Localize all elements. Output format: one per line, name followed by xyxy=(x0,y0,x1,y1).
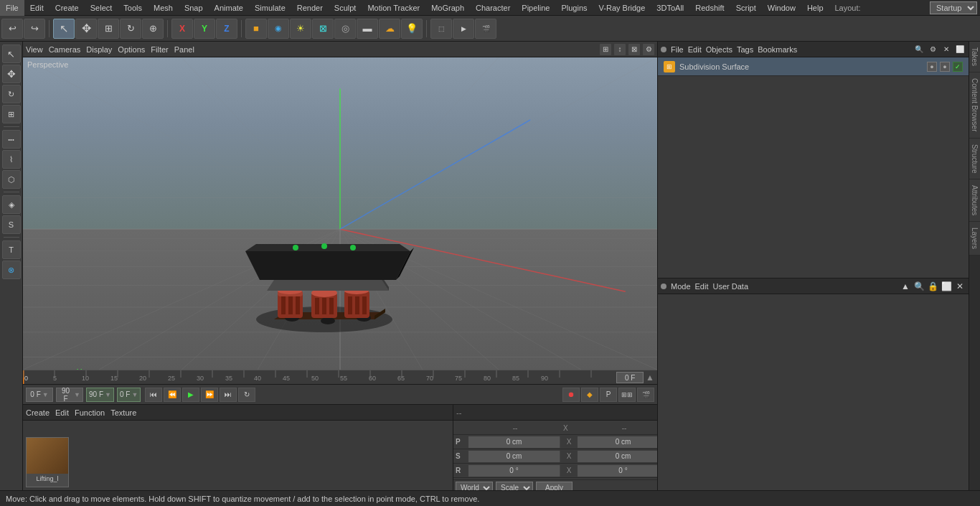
obj-settings-icon[interactable]: ⚙ xyxy=(927,44,938,55)
vp-icon-maximize[interactable]: ⊞ xyxy=(600,44,611,55)
side-tab-structure[interactable]: Structure xyxy=(969,139,980,180)
mat-menu-function[interactable]: Function xyxy=(75,408,105,417)
menu-render[interactable]: Render xyxy=(291,0,329,16)
go-to-start-button[interactable]: ⏮ xyxy=(145,388,162,402)
motion-path-button[interactable]: P xyxy=(600,388,617,402)
preview-end-field[interactable]: 90 F ▼ xyxy=(86,388,114,402)
camera-button[interactable]: ◉ xyxy=(268,19,289,39)
fps-button[interactable]: 🎬 xyxy=(637,388,654,402)
menu-script[interactable]: Script xyxy=(730,0,762,16)
mat-menu-edit[interactable]: Edit xyxy=(55,408,69,417)
frame-prev-icon[interactable]: ▲ xyxy=(646,373,654,383)
start-frame-field[interactable]: 0 F ▼ xyxy=(26,388,53,402)
layout-select[interactable]: Startup xyxy=(930,1,977,14)
go-to-end-button[interactable]: ⏭ xyxy=(220,388,237,402)
left-edges-btn[interactable]: ⌇ xyxy=(2,150,21,169)
menu-file[interactable]: File xyxy=(0,0,24,16)
pos-y-field[interactable] xyxy=(578,436,657,448)
left-scale-btn[interactable]: ⊞ xyxy=(2,105,21,123)
obj-header-file[interactable]: File xyxy=(671,45,684,54)
menu-pipeline[interactable]: Pipeline xyxy=(516,0,555,16)
pos-x-field[interactable] xyxy=(468,436,560,448)
obj-visibility-dot-2[interactable]: ● xyxy=(940,62,950,72)
ffd-button[interactable]: ⊠ xyxy=(312,19,334,39)
floor-button[interactable]: ▬ xyxy=(357,19,378,39)
menu-animate[interactable]: Animate xyxy=(209,0,249,16)
menu-help[interactable]: Help xyxy=(801,0,829,16)
attr-lock-icon[interactable]: 🔒 xyxy=(927,281,938,291)
menu-create[interactable]: Create xyxy=(50,0,85,16)
render-to-picture-button[interactable]: 🎬 xyxy=(475,19,496,39)
viewport-menu-panel[interactable]: Panel xyxy=(174,45,194,54)
select-tool-button[interactable]: ↖ xyxy=(53,19,75,39)
rotate-tool-button[interactable]: ↻ xyxy=(120,19,141,39)
render-viewport-button[interactable]: ▶ xyxy=(453,19,474,39)
menu-snap[interactable]: Snap xyxy=(179,0,209,16)
viewport-menu-view[interactable]: View xyxy=(26,45,43,54)
material-button[interactable]: ◎ xyxy=(334,19,356,39)
left-select-btn[interactable]: ↖ xyxy=(2,44,21,63)
menu-plugins[interactable]: Plugins xyxy=(555,0,593,16)
side-tab-layers[interactable]: Layers xyxy=(969,222,980,256)
viewport-menu-options[interactable]: Options xyxy=(118,45,145,54)
menu-sculpt[interactable]: Sculpt xyxy=(329,0,362,16)
obj-check-green[interactable]: ✓ xyxy=(953,62,963,72)
side-tab-attributes[interactable]: Attributes xyxy=(969,179,980,222)
timeline-ruler[interactable]: 0 5 10 15 20 25 30 35 40 45 50 55 60 65 … xyxy=(23,370,657,384)
menu-character[interactable]: Character xyxy=(470,0,516,16)
loop-button[interactable]: ↻ xyxy=(238,388,255,402)
record-button[interactable]: ⏺ xyxy=(562,388,580,402)
light-bulb-button[interactable]: 💡 xyxy=(401,19,423,39)
menu-tools[interactable]: Tools xyxy=(118,0,148,16)
obj-header-objects[interactable]: Objects xyxy=(706,45,732,54)
obj-expand-icon[interactable]: ⬜ xyxy=(954,44,966,55)
left-points-btn[interactable]: ••• xyxy=(2,130,21,149)
menu-motion-tracker[interactable]: Motion Tracker xyxy=(362,0,425,16)
vp-icon-lock[interactable]: ⊠ xyxy=(628,44,640,55)
attr-up-icon[interactable]: ▲ xyxy=(900,281,911,291)
render-region-button[interactable]: ⬚ xyxy=(430,19,452,39)
current-frame-input[interactable] xyxy=(616,372,644,383)
redo-button[interactable]: ↪ xyxy=(24,19,45,39)
prev-frame-button[interactable]: ⏪ xyxy=(164,388,181,402)
size-x-field[interactable] xyxy=(468,451,560,462)
viewport-menu-cameras[interactable]: Cameras xyxy=(49,45,81,54)
rot-x-field[interactable] xyxy=(468,465,560,477)
world-select[interactable]: World xyxy=(456,482,493,491)
size-y-field[interactable] xyxy=(578,451,657,462)
move-tool-button[interactable]: ✥ xyxy=(75,19,97,39)
vp-icon-settings[interactable]: ⚙ xyxy=(643,44,654,55)
left-poly-btn[interactable]: ⬡ xyxy=(2,170,21,189)
apply-button[interactable]: Apply xyxy=(536,482,573,491)
mat-menu-texture[interactable]: Texture xyxy=(110,408,136,417)
material-swatch-lifting[interactable]: Lifting_l xyxy=(26,437,69,487)
scene-button[interactable]: ☁ xyxy=(379,19,400,39)
3d-viewport[interactable]: Perspective Grid Spacing : 10 cm xyxy=(23,57,657,370)
left-rotate-btn[interactable]: ↻ xyxy=(2,85,21,103)
transform-tool-button[interactable]: ⊕ xyxy=(142,19,164,39)
menu-select[interactable]: Select xyxy=(85,0,118,16)
menu-window[interactable]: Window xyxy=(762,0,801,16)
left-snap-btn[interactable]: S xyxy=(2,215,21,234)
scale-select[interactable]: Scale xyxy=(496,482,533,491)
motion-system-button[interactable]: ⊞⊞ xyxy=(618,388,636,402)
cube-object-button[interactable]: ■ xyxy=(245,19,267,39)
attr-close-icon[interactable]: ✕ xyxy=(954,281,966,291)
menu-simulate[interactable]: Simulate xyxy=(249,0,291,16)
x-axis-button[interactable]: X xyxy=(171,19,193,39)
left-sculpt-btn[interactable]: ⊗ xyxy=(2,261,21,279)
obj-visibility-dot-1[interactable]: ● xyxy=(927,62,937,72)
obj-header-edit[interactable]: Edit xyxy=(688,45,702,54)
attr-header-edit[interactable]: Edit xyxy=(695,282,709,291)
left-texture-btn[interactable]: T xyxy=(2,240,21,259)
viewport-menu-display[interactable]: Display xyxy=(86,45,112,54)
mat-menu-create[interactable]: Create xyxy=(26,408,50,417)
rot-y-field[interactable] xyxy=(578,465,657,477)
scale-tool-button[interactable]: ⊞ xyxy=(98,19,119,39)
z-axis-button[interactable]: Z xyxy=(216,19,237,39)
obj-header-bookmarks[interactable]: Bookmarks xyxy=(758,45,797,54)
light-button[interactable]: ☀ xyxy=(290,19,311,39)
undo-button[interactable]: ↩ xyxy=(1,19,23,39)
menu-vray[interactable]: V-Ray Bridge xyxy=(593,0,651,16)
obj-close-icon[interactable]: ✕ xyxy=(941,44,952,55)
